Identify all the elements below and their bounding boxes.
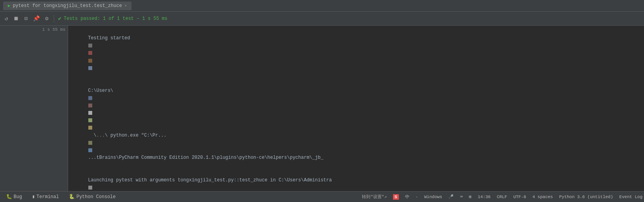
- toolbar: ↺ ⏹ ⊡ 📌 ⚙ ✔ Tests passed: 1 of 1 test – …: [0, 12, 644, 26]
- main-content: 1 s 55 ms Testing started C:\Users\ \...…: [0, 26, 644, 191]
- console-line: Launching pytest with arguments tongxing…: [71, 169, 641, 191]
- toolbar-separator: [54, 15, 54, 23]
- blur-block: [88, 111, 92, 115]
- blur-block: [88, 118, 92, 122]
- statusbar-lang[interactable]: 中: [405, 194, 409, 200]
- title-bar: ▶ pytest for tongxingjilu_test.test_zhuc…: [0, 0, 644, 12]
- blur-block-2: [88, 51, 92, 55]
- statusbar-keyboard[interactable]: ⌨: [460, 194, 463, 199]
- bottom-tabs-bar: 🐛 Bug ▮ Terminal 🐍 Python Console 转到"设置"…: [0, 191, 644, 202]
- blur-block-1: [88, 44, 92, 47]
- run-tab[interactable]: ▶ pytest for tongxingjilu_test.test_zhuc…: [3, 2, 132, 10]
- test-time-label: 1 s 55 ms: [42, 27, 65, 32]
- statusbar-crlf[interactable]: CRLF: [497, 195, 507, 199]
- statusbar-settings[interactable]: 转到"设置"↗: [362, 194, 387, 200]
- tab-terminal[interactable]: ▮ Terminal: [28, 193, 64, 201]
- restore-layout-button[interactable]: ⊡: [23, 14, 29, 23]
- statusbar-encoding[interactable]: UTF-8: [513, 195, 526, 199]
- settings-button[interactable]: ⚙: [44, 14, 50, 23]
- tab-python-console[interactable]: 🐍 Python Console: [64, 193, 120, 201]
- pin-button[interactable]: 📌: [32, 14, 41, 23]
- blur-block: [88, 104, 92, 107]
- stop-button[interactable]: ⏹: [12, 15, 20, 23]
- tab-python-console-label: Python Console: [76, 194, 116, 200]
- console-output: Testing started C:\Users\ \...\ python.e…: [68, 26, 644, 191]
- tab-bug[interactable]: 🐛 Bug: [2, 193, 27, 201]
- blur-block-3: [88, 59, 92, 63]
- console-line: C:\Users\ \...\ python.exe "C:\Pr... ...…: [71, 79, 641, 169]
- tab-terminal-label: Terminal: [37, 194, 59, 200]
- blur-block-4: [88, 66, 92, 70]
- blur-block: [88, 141, 92, 145]
- blur-block: [88, 96, 92, 100]
- statusbar-event-log[interactable]: Event Log: [619, 195, 642, 199]
- statusbar-indent[interactable]: 4 spaces: [532, 195, 553, 199]
- statusbar-python[interactable]: Python 3.6 (untitled): [559, 195, 613, 199]
- check-icon: ✔: [58, 15, 61, 22]
- blur-block: [88, 186, 92, 190]
- blur-block: [88, 148, 92, 152]
- statusbar-time: 14:36: [478, 195, 491, 199]
- close-tab-button[interactable]: ×: [124, 4, 127, 8]
- bug-icon: 🐛: [6, 194, 12, 200]
- blur-block: [88, 126, 92, 130]
- statusbar-grid[interactable]: ⊞: [469, 194, 472, 199]
- tab-bug-label: Bug: [14, 194, 22, 200]
- terminal-icon: ▮: [32, 194, 35, 200]
- python-icon: 🐍: [69, 194, 75, 200]
- statusbar-divider: ·: [416, 195, 418, 199]
- left-gutter: 1 s 55 ms: [0, 26, 68, 191]
- console-line: Testing started: [71, 27, 641, 79]
- statusbar-windows[interactable]: Windows: [424, 195, 442, 199]
- rerun-button[interactable]: ↺: [3, 14, 9, 23]
- test-status: ✔ Tests passed: 1 of 1 test – 1 s 55 ms: [58, 15, 167, 22]
- status-label: Tests passed: 1 of 1 test – 1 s 55 ms: [64, 16, 167, 21]
- statusbar-ime: S: [393, 194, 399, 200]
- run-tab-icon: ▶: [8, 3, 11, 8]
- run-tab-label: pytest for tongxingjilu_test.test_zhuce: [13, 3, 122, 9]
- statusbar-mic[interactable]: 🎤: [448, 194, 454, 199]
